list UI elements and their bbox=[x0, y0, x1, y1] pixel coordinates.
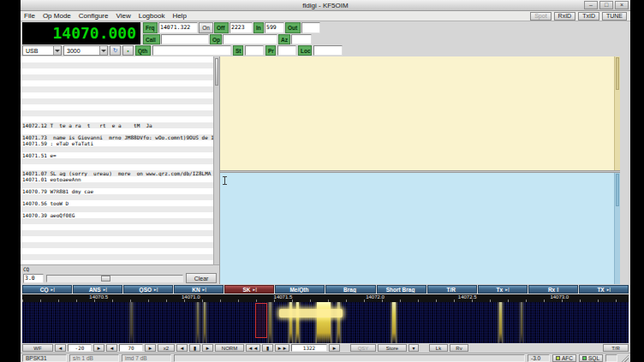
browser-row[interactable]: 14072.12 T te a ra t rt e a tM Ja bbox=[21, 122, 213, 128]
transmit-scrollbar[interactable] bbox=[614, 173, 620, 284]
waterfall-control-button[interactable]: ► bbox=[202, 344, 213, 352]
menu-toggle-button[interactable]: Spot bbox=[530, 12, 551, 21]
bandwidth-select[interactable]: 3000 bbox=[63, 45, 108, 56]
browser-row[interactable] bbox=[21, 224, 213, 230]
macro-button[interactable]: CQ ►| bbox=[22, 285, 72, 294]
browser-row[interactable]: 14071.73 name is Giovanni mrno JM88DVfo:… bbox=[21, 134, 213, 140]
browser-row[interactable]: 14071.01 eotoaeeAnn bbox=[21, 176, 213, 182]
browser-squelch-slider[interactable] bbox=[46, 275, 183, 282]
macro-button[interactable]: Rx || bbox=[528, 285, 578, 294]
minimize-button[interactable]: – bbox=[584, 1, 598, 9]
locator-input[interactable] bbox=[313, 45, 343, 56]
titlebar[interactable]: fldigi - KF5OIM – □ × bbox=[21, 0, 630, 11]
browser-row[interactable] bbox=[21, 86, 213, 92]
waterfall-control-button[interactable]: ► bbox=[329, 344, 340, 352]
browser-row[interactable] bbox=[21, 182, 213, 188]
browser-row[interactable] bbox=[21, 92, 213, 98]
browser-row[interactable] bbox=[21, 248, 213, 254]
locator-label[interactable]: Loc bbox=[298, 45, 312, 56]
browser-row[interactable] bbox=[21, 62, 213, 68]
time-off-input[interactable]: 2223 bbox=[230, 22, 253, 33]
rst-out-input[interactable] bbox=[301, 22, 320, 33]
call-label[interactable]: Call bbox=[143, 34, 160, 45]
op-label[interactable]: Op bbox=[210, 34, 222, 45]
waterfall-control-button[interactable]: x2 bbox=[158, 344, 175, 352]
browser-row[interactable] bbox=[21, 158, 213, 164]
browser-row[interactable]: 14071.51 e= bbox=[21, 152, 213, 158]
browser-row[interactable] bbox=[21, 80, 213, 86]
macro-button[interactable]: QSO ►| bbox=[123, 285, 173, 294]
province-input[interactable] bbox=[277, 45, 296, 56]
waterfall-control-button[interactable]: Lk bbox=[429, 344, 448, 352]
browser-row[interactable]: 14071.59 : eTaD eTaTati bbox=[21, 140, 213, 146]
browser-row[interactable] bbox=[21, 128, 213, 134]
menu-toggle-button[interactable]: TUNE bbox=[602, 12, 627, 21]
rst-in-label[interactable]: In bbox=[253, 22, 264, 33]
waterfall-display[interactable] bbox=[22, 302, 629, 343]
transmit-text-body[interactable] bbox=[220, 173, 614, 284]
waterfall-control-button[interactable]: -20 bbox=[68, 344, 92, 352]
waterfall-control-button[interactable]: Rv bbox=[450, 344, 468, 352]
receive-scrollbar[interactable] bbox=[614, 56, 620, 170]
menu-item[interactable]: View bbox=[116, 12, 130, 20]
macro-button[interactable]: T/R bbox=[427, 285, 477, 294]
browser-row[interactable] bbox=[21, 110, 213, 116]
browser-row[interactable] bbox=[21, 236, 213, 242]
frq-label[interactable]: Frq bbox=[143, 22, 158, 33]
menu-item[interactable]: Help bbox=[172, 12, 186, 20]
province-label[interactable]: Pr bbox=[265, 45, 276, 56]
waterfall-control-button[interactable]: ◄◄ bbox=[246, 344, 260, 352]
receive-text-panel[interactable] bbox=[220, 56, 620, 170]
macro-button[interactable]: ANS ►| bbox=[73, 285, 122, 294]
close-button[interactable]: × bbox=[615, 1, 629, 9]
squelch-level-value[interactable]: -3.0 bbox=[528, 354, 550, 362]
maximize-button[interactable]: □ bbox=[599, 1, 613, 9]
browser-row[interactable]: 14071.07 SL ag (sorry ureau) more on www… bbox=[21, 170, 213, 176]
slider-thumb[interactable] bbox=[101, 276, 110, 282]
browser-squelch-value[interactable]: 3.0 bbox=[23, 274, 44, 283]
az-input[interactable] bbox=[291, 34, 312, 45]
browser-row[interactable]: 14070.79 W7R8B1 dmy cae bbox=[21, 188, 213, 194]
afc-button[interactable]: AFC bbox=[552, 354, 576, 362]
op-input[interactable] bbox=[223, 34, 277, 45]
sideband-select[interactable]: USB bbox=[22, 45, 62, 56]
tuning-marker[interactable] bbox=[255, 303, 267, 338]
browser-row[interactable] bbox=[21, 98, 213, 104]
browser-scrollbar[interactable] bbox=[213, 56, 219, 264]
waterfall-control-button[interactable]: ▾ bbox=[408, 344, 419, 352]
transmit-text-panel[interactable] bbox=[220, 173, 620, 284]
az-label[interactable]: Az bbox=[278, 34, 290, 45]
rst-in-input[interactable]: 599 bbox=[265, 22, 284, 33]
browser-row[interactable] bbox=[21, 230, 213, 236]
browser-row[interactable] bbox=[21, 242, 213, 248]
macro-button[interactable]: Brag bbox=[325, 285, 375, 294]
call-input[interactable] bbox=[161, 34, 209, 45]
macro-button[interactable]: SK ►| bbox=[224, 285, 274, 294]
browser-row[interactable] bbox=[21, 254, 213, 260]
browser-row[interactable] bbox=[21, 146, 213, 152]
macro-button[interactable]: KN ►| bbox=[174, 285, 224, 294]
waterfall-control-button[interactable]: ◄ bbox=[55, 344, 66, 352]
sql-button[interactable]: SQL bbox=[579, 354, 603, 362]
waterfall-control-button[interactable]: ▮ bbox=[262, 344, 273, 352]
macro-button[interactable]: Short Brag bbox=[377, 285, 426, 294]
menu-item[interactable]: Configure bbox=[79, 12, 109, 20]
browser-row[interactable] bbox=[21, 104, 213, 110]
menu-item[interactable]: Op Mode bbox=[43, 12, 71, 20]
waterfall-control-button[interactable]: ◄ bbox=[176, 344, 188, 352]
restore-frequency-button[interactable]: ↻ bbox=[110, 45, 121, 56]
browser-row[interactable] bbox=[21, 74, 213, 80]
macro-button[interactable]: Tx ►| bbox=[478, 285, 528, 294]
waterfall-control-button[interactable]: Store bbox=[378, 344, 407, 352]
waterfall-control-button[interactable]: T/R bbox=[603, 344, 629, 352]
waterfall-control-button[interactable]: WF bbox=[22, 344, 53, 352]
browser-row[interactable] bbox=[21, 56, 213, 62]
waterfall-control-button[interactable]: NORM bbox=[215, 344, 244, 352]
smeter-button[interactable]: ▪ bbox=[122, 45, 134, 56]
time-on-button[interactable]: On bbox=[199, 22, 213, 33]
frq-input[interactable]: 14071.322 bbox=[158, 22, 198, 33]
state-input[interactable] bbox=[245, 45, 264, 56]
waterfall-control-button[interactable]: ▮ bbox=[189, 344, 200, 352]
waterfall-control-button[interactable]: ► bbox=[93, 344, 104, 352]
qth-label[interactable]: Qth bbox=[135, 45, 151, 56]
